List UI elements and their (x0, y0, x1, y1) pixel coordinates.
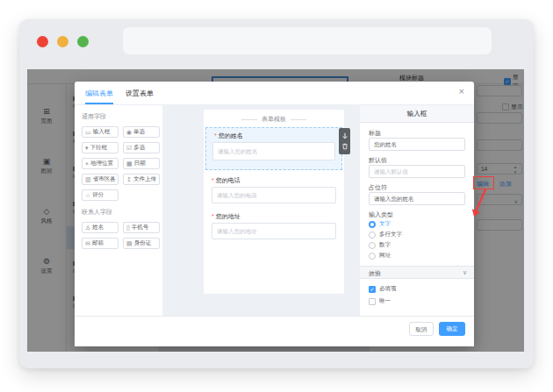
chevron-down-icon: ∨ (463, 269, 467, 276)
palette-dropdown-button[interactable]: ▾下拉框 (82, 142, 118, 153)
checkbox-checked-icon: ✓ (369, 286, 376, 293)
palette-label: 单选 (133, 128, 145, 136)
field-label: *您的电话 (212, 176, 241, 185)
checkbox-label: 必填项 (379, 285, 397, 293)
radio-label: 网址 (379, 252, 391, 260)
close-icon[interactable]: × (459, 87, 464, 96)
radio-multiline[interactable]: 多行文字 (369, 231, 402, 239)
default-value-label: 默认值 (369, 156, 387, 165)
traffic-zoom-button[interactable] (77, 36, 89, 47)
radio-icon (369, 253, 376, 260)
canvas-field-name-selected[interactable]: *您的姓名 请输入您的姓名 (205, 127, 342, 170)
app-viewport: 组件 模块标题 ✓ 显示 ⊞ 页面 ▣ 图层 ◇ 风格 ⚙ 设置 (27, 69, 524, 352)
palette-idcard-button[interactable]: ▤身份证 (123, 238, 160, 249)
radio-text[interactable]: 文字 (369, 220, 391, 228)
traffic-close-button[interactable] (37, 36, 48, 47)
required-marker: * (212, 213, 214, 219)
star-icon: ☆ (85, 192, 90, 198)
field-palette: 通用字段 ▭输入框 ◉单选 ▾下拉框 ☑多选 ⌖地理位置 ▦日期 ▥省市区县 ↥… (75, 105, 162, 316)
modal-header: 编辑表单 设置表单 × (75, 82, 474, 105)
validation-section-header[interactable]: 效验 ∨ (360, 266, 474, 279)
palette-label: 日期 (134, 160, 146, 167)
placeholder-label: 占位符 (369, 183, 387, 192)
checkbox-icon (369, 298, 376, 305)
region-icon: ▥ (85, 176, 91, 182)
unique-checkbox[interactable]: 唯一 (369, 297, 391, 305)
checkbox-label: 唯一 (379, 297, 391, 305)
delete-icon[interactable] (341, 143, 348, 150)
input-type-label: 输入类型 (369, 210, 393, 219)
confirm-button[interactable]: 确定 (439, 322, 465, 336)
required-marker: * (212, 177, 214, 183)
traffic-minimize-button[interactable] (57, 36, 68, 47)
upload-icon: ↥ (126, 176, 132, 182)
mail-icon: ✉ (85, 240, 90, 246)
radio-url[interactable]: 网址 (369, 252, 391, 260)
radio-icon (369, 232, 376, 239)
palette-label: 下拉框 (90, 144, 108, 152)
palette-label: 多选 (133, 144, 145, 152)
palette-label: 邮箱 (92, 239, 104, 247)
title-input[interactable]: 您的姓名 (369, 138, 465, 151)
validation-title: 效验 (369, 269, 381, 278)
address-input[interactable]: 请输入您的地址 (212, 223, 336, 239)
form-template-title: 表单模板 (204, 115, 344, 124)
move-down-icon[interactable] (341, 132, 348, 139)
palette-label: 省市区县 (93, 175, 116, 183)
palette-mobile-button[interactable]: ▯手机号 (123, 222, 160, 233)
palette-label: 输入框 (93, 128, 111, 136)
name-input[interactable]: 请输入您的姓名 (212, 142, 335, 160)
settings-panel-title: 输入框 (360, 105, 474, 123)
required-marker: * (214, 132, 217, 139)
dropdown-icon: ▾ (85, 145, 89, 151)
radio-icon: ◉ (126, 129, 132, 135)
input-box-icon: ▭ (85, 129, 91, 135)
date-icon: ▦ (126, 160, 133, 167)
palette-group-title: 联系人字段 (82, 208, 155, 217)
form-canvas: 表单模板 *您的姓名 请输入您的姓名 *您的电话 (162, 105, 360, 316)
placeholder-input[interactable]: 请输入您的姓名 (369, 192, 465, 205)
palette-email-button[interactable]: ✉邮箱 (82, 238, 118, 249)
title-label: 标题 (369, 129, 381, 138)
palette-input-box-button[interactable]: ▭输入框 (82, 126, 118, 138)
cancel-button[interactable]: 取消 (409, 322, 434, 336)
palette-label: 姓名 (92, 224, 104, 232)
idcard-icon: ▤ (126, 240, 133, 246)
palette-location-button[interactable]: ⌖地理位置 (82, 158, 118, 169)
palette-region-button[interactable]: ▥省市区县 (82, 174, 118, 185)
palette-checkbox-button[interactable]: ☑多选 (123, 142, 160, 153)
field-label: *您的地址 (212, 212, 241, 221)
radio-label: 多行文字 (379, 231, 402, 239)
radio-icon (369, 242, 376, 249)
checkbox-icon: ☑ (126, 145, 132, 151)
palette-upload-button[interactable]: ↥文件上传 (123, 174, 160, 185)
field-label: *您的姓名 (214, 132, 243, 140)
default-value-input[interactable]: 请输入默认值 (369, 165, 465, 178)
palette-radio-button[interactable]: ◉单选 (123, 126, 160, 138)
palette-label: 手机号 (132, 224, 149, 232)
tab-edit-form[interactable]: 编辑表单 (85, 82, 113, 104)
location-icon: ⌖ (85, 160, 89, 167)
phone-input[interactable]: 请输入您的电话 (212, 187, 336, 203)
radio-label: 数字 (379, 241, 391, 249)
annotation-arrow (466, 187, 494, 220)
palette-label: 身份证 (134, 239, 152, 247)
address-bar[interactable] (123, 27, 492, 54)
tab-setup-form[interactable]: 设置表单 (126, 82, 154, 104)
browser-window: 组件 模块标题 ✓ 显示 ⊞ 页面 ▣ 图层 ◇ 风格 ⚙ 设置 (19, 19, 534, 368)
palette-label: 文件上传 (133, 175, 156, 183)
palette-name-button[interactable]: ♙姓名 (82, 222, 118, 233)
field-action-toolbar (339, 128, 350, 154)
palette-label: 评分 (92, 191, 104, 199)
palette-label: 地理位置 (90, 160, 113, 167)
radio-number[interactable]: 数字 (369, 241, 391, 249)
palette-date-button[interactable]: ▦日期 (123, 158, 160, 169)
modal-footer: 取消 确定 (75, 316, 474, 346)
radio-label: 文字 (379, 220, 391, 228)
field-settings-panel: 输入框 标题 您的姓名 默认值 请输入默认值 占位符 请输入您的姓名 输入类型 … (360, 105, 474, 316)
form-editor-modal: 编辑表单 设置表单 × 通用字段 ▭输入框 ◉单选 ▾下拉框 ☑多选 ⌖地理位置… (75, 82, 474, 346)
user-icon: ♙ (85, 225, 90, 231)
required-checkbox[interactable]: ✓ 必填项 (369, 285, 397, 293)
palette-rating-button[interactable]: ☆评分 (82, 189, 118, 201)
radio-selected-icon (369, 221, 376, 228)
